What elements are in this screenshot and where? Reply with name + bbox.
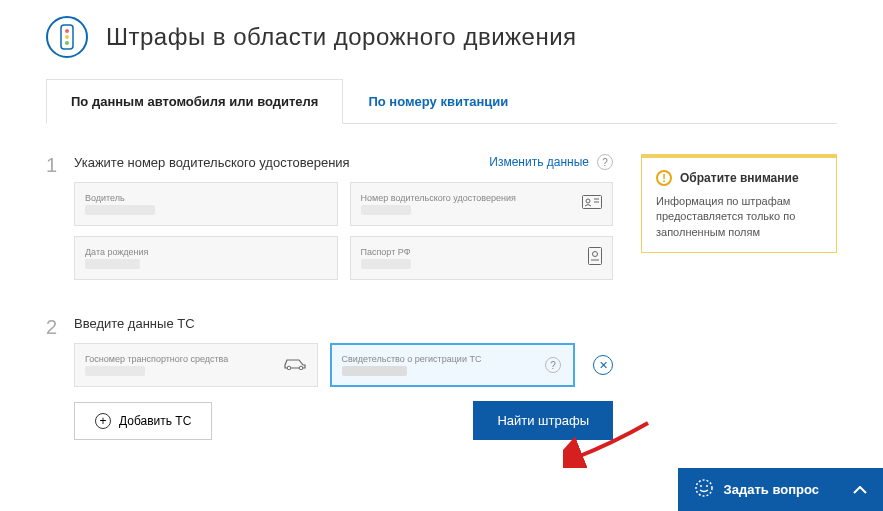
driver-field[interactable]: Водитель [74,182,338,226]
passport-field[interactable]: Паспорт РФ [350,236,614,280]
plus-icon: + [95,413,111,429]
step-number-1: 1 [46,154,74,290]
tab-receipt-number[interactable]: По номеру квитанции [343,79,533,124]
ask-label: Задать вопрос [724,482,819,497]
driver-value [85,205,155,215]
help-icon[interactable]: ? [597,154,613,170]
dob-field[interactable]: Дата рождения [74,236,338,280]
svg-point-5 [586,199,590,203]
step-number-2: 2 [46,316,74,440]
clear-button[interactable]: ✕ [593,355,613,375]
dob-value [85,259,140,269]
license-field[interactable]: Номер водительского удостоверения [350,182,614,226]
id-card-icon [582,195,602,213]
close-icon: ✕ [599,359,608,372]
plate-field[interactable]: Госномер транспортного средства [74,343,318,387]
driver-label: Водитель [85,193,327,203]
notice-text: Информация по штрафам предоставляется то… [656,194,822,240]
help-icon[interactable]: ? [545,357,561,373]
add-vehicle-button[interactable]: + Добавить ТС [74,402,212,440]
svg-point-13 [696,480,712,496]
chevron-up-icon [853,482,867,497]
tab-vehicle-data[interactable]: По данным автомобиля или водителя [46,79,343,124]
plate-label: Госномер транспортного средства [85,354,307,364]
add-vehicle-label: Добавить ТС [119,414,191,428]
license-value [361,205,411,215]
dob-label: Дата рождения [85,247,327,257]
step2-title: Введите данные ТС [74,316,195,331]
svg-point-2 [65,35,69,39]
svg-point-14 [700,485,702,487]
svg-point-9 [593,252,598,257]
svg-point-3 [65,41,69,45]
svg-point-12 [299,366,303,370]
warning-icon: ! [656,170,672,186]
svg-point-15 [706,485,708,487]
svg-point-1 [65,29,69,33]
notice-box: ! Обратите внимание Информация по штрафа… [641,154,837,253]
license-label: Номер водительского удостоверения [361,193,603,203]
chat-icon [694,478,714,501]
certificate-label: Свидетельство о регистрации ТС [342,354,564,364]
step1-title: Укажите номер водительского удостоверени… [74,155,350,170]
certificate-field[interactable]: Свидетельство о регистрации ТС ? [330,343,576,387]
passport-icon [588,247,602,269]
page-title: Штрафы в области дорожного движения [106,23,577,51]
tabs: По данным автомобиля или водителя По ном… [46,78,837,124]
traffic-light-icon [46,16,88,58]
svg-point-11 [287,366,291,370]
plate-value [85,366,145,376]
notice-title: Обратите внимание [680,171,799,185]
passport-label: Паспорт РФ [361,247,603,257]
passport-value [361,259,411,269]
change-data-link[interactable]: Изменить данные [489,155,589,169]
certificate-value [342,366,407,376]
car-icon [283,356,307,374]
ask-question-widget[interactable]: Задать вопрос [678,468,883,511]
search-fines-button[interactable]: Найти штрафы [473,401,613,440]
